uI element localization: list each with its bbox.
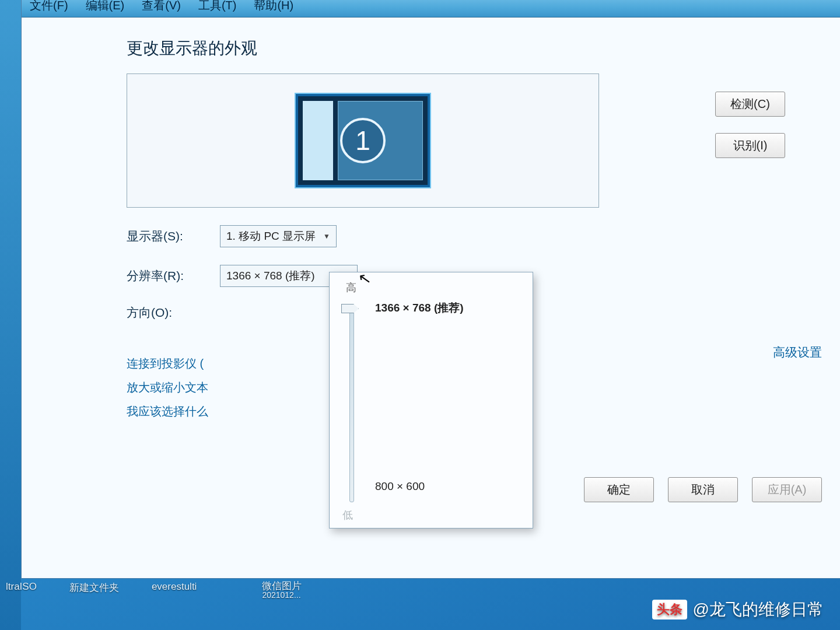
cancel-button[interactable]: 取消 [668, 477, 738, 502]
desktop-icon-wechatimg-sub: 2021012... [262, 591, 302, 599]
resolution-slider-track[interactable] [349, 307, 354, 502]
apply-button[interactable]: 应用(A) [752, 477, 822, 502]
menu-tools[interactable]: 工具(T) [198, 0, 237, 13]
desktop-icons-row: ltraISO 新建文件夹 everestulti 微信图片 2021012..… [0, 581, 840, 597]
popup-label-low: 低 [342, 508, 353, 522]
chevron-down-icon: ▼ [323, 232, 330, 240]
resolution-option-800x600[interactable]: 800 × 600 [375, 480, 425, 493]
resolution-label: 分辨率(R): [127, 268, 220, 284]
resolution-slider-thumb[interactable] [341, 304, 359, 313]
display-combo[interactable]: 1. 移动 PC 显示屏 ▼ [220, 225, 337, 247]
desktop-icon-wechatimg[interactable]: 微信图片 [262, 581, 302, 591]
watermark: 头条 @龙飞的维修日常 [652, 598, 824, 621]
desktop-icon-ultraiso[interactable]: ltraISO [6, 581, 37, 597]
resolution-combo-value: 1366 × 768 (推荐) [226, 268, 315, 284]
menubar: 文件(F) 编辑(E) 查看(V) 工具(T) 帮助(H) [22, 0, 840, 18]
resolution-option-recommended[interactable]: 1366 × 768 (推荐) [375, 300, 464, 316]
resolution-popup[interactable]: 高 1366 × 768 (推荐) 800 × 600 低 [329, 272, 533, 528]
menu-file[interactable]: 文件(F) [30, 0, 68, 13]
menu-help[interactable]: 帮助(H) [254, 0, 293, 13]
desktop-edge [0, 0, 21, 630]
orientation-label: 方向(O): [127, 304, 220, 321]
popup-label-high: 高 [346, 281, 520, 295]
monitor-number-badge: 1 [340, 118, 386, 163]
monitor-thumbnail[interactable]: 1 [296, 94, 430, 187]
monitor-left-panel [303, 101, 333, 180]
watermark-user: @龙飞的维修日常 [693, 598, 824, 621]
monitor-preview-box: 1 检测(C) 识别(I) [127, 74, 599, 208]
display-label: 显示器(S): [127, 228, 220, 244]
ok-button[interactable]: 确定 [584, 477, 654, 502]
menu-view[interactable]: 查看(V) [142, 0, 181, 13]
identify-button[interactable]: 识别(I) [715, 133, 785, 158]
desktop-icon-everest[interactable]: everestulti [152, 581, 197, 597]
menu-edit[interactable]: 编辑(E) [86, 0, 125, 13]
display-combo-value: 1. 移动 PC 显示屏 [226, 229, 316, 244]
desktop-icon-newfolder[interactable]: 新建文件夹 [69, 581, 119, 597]
page-title: 更改显示器的外观 [127, 37, 834, 60]
watermark-logo: 头条 [652, 600, 687, 620]
dialog-buttons: 确定 取消 应用(A) [584, 477, 822, 502]
detect-button[interactable]: 检测(C) [715, 92, 785, 117]
link-advanced-settings[interactable]: 高级设置 [773, 344, 822, 360]
